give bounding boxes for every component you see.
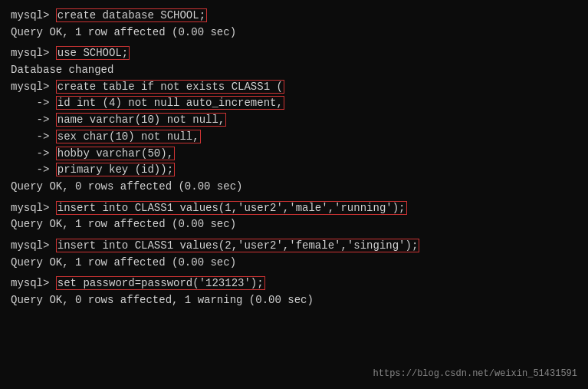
command-line: mysql> insert into CLASS1 values(1,'user… bbox=[11, 200, 577, 217]
command-line: mysql> set password=password('123123'); bbox=[11, 275, 577, 292]
output-line: Query OK, 0 rows affected (0.00 sec) bbox=[11, 179, 577, 196]
prompt-label: -> bbox=[11, 130, 56, 143]
command-text: create table if not exists CLASS1 ( bbox=[56, 80, 284, 94]
command-text: primary key (id)); bbox=[56, 163, 175, 176]
continuation-line: -> name varchar(10) not null, bbox=[11, 112, 577, 129]
prompt-label: mysql> bbox=[11, 277, 56, 289]
prompt-label: mysql> bbox=[11, 81, 56, 93]
prompt-label: -> bbox=[11, 147, 56, 160]
prompt-label: -> bbox=[11, 97, 56, 109]
prompt-label: -> bbox=[11, 163, 56, 176]
command-text: id int (4) not null auto_increment, bbox=[56, 96, 284, 110]
command-line: mysql> create table if not exists CLASS1… bbox=[11, 79, 577, 96]
command-line: mysql> use SCHOOL; bbox=[11, 45, 577, 62]
output-line: Query OK, 0 rows affected, 1 warning (0.… bbox=[11, 292, 577, 309]
command-text: name varchar(10) not null, bbox=[56, 113, 226, 127]
output-line: Query OK, 1 row affected (0.00 sec) bbox=[11, 216, 577, 233]
continuation-line: -> primary key (id)); bbox=[11, 162, 577, 179]
command-text: create database SCHOOL; bbox=[56, 8, 207, 22]
command-text: use SCHOOL; bbox=[56, 46, 130, 60]
command-line: mysql> insert into CLASS1 values(2,'user… bbox=[11, 238, 577, 255]
prompt-label: -> bbox=[11, 114, 56, 126]
command-text: sex char(10) not null, bbox=[56, 130, 201, 143]
output-line: Database changed bbox=[11, 62, 577, 79]
terminal-container: mysql> create database SCHOOL;Query OK, … bbox=[11, 8, 577, 309]
prompt-label: mysql> bbox=[11, 202, 56, 214]
prompt-label: mysql> bbox=[11, 47, 56, 59]
continuation-line: -> hobby varchar(50), bbox=[11, 146, 577, 163]
watermark: https://blog.csdn.net/weixin_51431591 bbox=[373, 367, 577, 381]
command-line: mysql> create database SCHOOL; bbox=[11, 8, 577, 25]
continuation-line: -> sex char(10) not null, bbox=[11, 129, 577, 146]
command-text: insert into CLASS1 values(1,'user2','mal… bbox=[56, 201, 407, 215]
command-text: set password=password('123123'); bbox=[56, 276, 265, 290]
prompt-label: mysql> bbox=[11, 239, 56, 252]
command-text: hobby varchar(50), bbox=[56, 147, 175, 160]
output-line: Query OK, 1 row affected (0.00 sec) bbox=[11, 25, 577, 41]
prompt-label: mysql> bbox=[11, 9, 56, 21]
command-text: insert into CLASS1 values(2,'user2','fem… bbox=[56, 239, 419, 252]
output-line: Query OK, 1 row affected (0.00 sec) bbox=[11, 255, 577, 272]
continuation-line: -> id int (4) not null auto_increment, bbox=[11, 95, 577, 112]
